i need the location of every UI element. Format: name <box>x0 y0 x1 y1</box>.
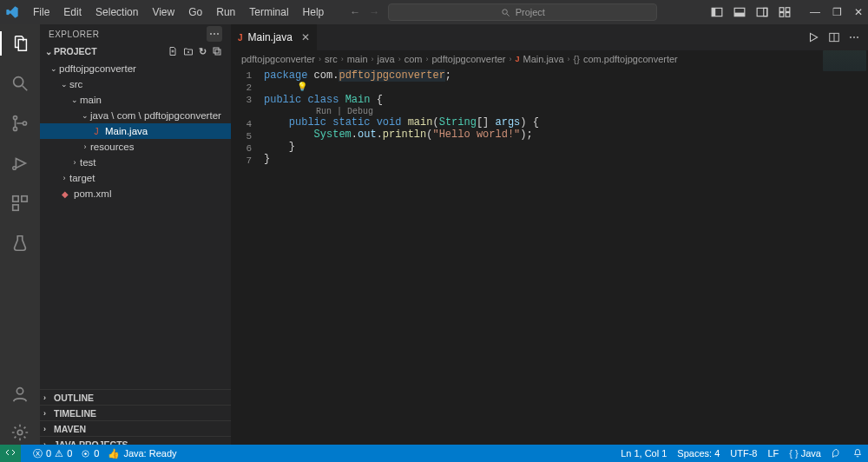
editor-more-icon[interactable]: ⋯ <box>849 31 859 43</box>
tree-folder-resources[interactable]: ›resources <box>40 139 231 155</box>
svg-point-22 <box>17 430 23 435</box>
menu-selection[interactable]: Selection <box>90 4 143 20</box>
menu-go[interactable]: Go <box>183 4 207 20</box>
activity-explorer-icon[interactable] <box>0 31 40 56</box>
status-bar: ⓧ0 ⚠0 0 👍 Java: Ready Ln 1, Col 1 Spaces… <box>0 445 868 462</box>
xml-file-icon: ◆ <box>59 189 71 199</box>
activity-run-debug-icon[interactable] <box>0 151 40 175</box>
activity-extensions-icon[interactable] <box>0 191 40 215</box>
new-folder-icon[interactable] <box>183 46 194 57</box>
svg-rect-7 <box>764 8 767 16</box>
status-problems[interactable]: ⓧ0 ⚠0 <box>33 447 72 460</box>
crumb[interactable]: src <box>325 54 338 64</box>
crumb[interactable]: main <box>347 54 368 64</box>
tree-folder-src[interactable]: ⌄src <box>40 76 231 92</box>
crumb[interactable]: java <box>378 54 395 64</box>
breadcrumbs[interactable]: pdftojpgconverter› src› main› java› com›… <box>231 50 868 68</box>
panel-timeline[interactable]: ›TIMELINE <box>40 405 231 420</box>
tree-file-pom[interactable]: ◆pom.xml <box>40 186 231 201</box>
tree-folder-test[interactable]: ›test <box>40 155 231 170</box>
token: System <box>314 129 352 141</box>
menu-edit[interactable]: Edit <box>58 4 87 20</box>
activity-accounts-icon[interactable] <box>0 382 40 406</box>
tree-label: src <box>69 79 82 89</box>
layout-secondary-sidebar-icon[interactable] <box>756 6 768 18</box>
editor-area: J Main.java ✕ ⋯ pdftojpgconverter› src› … <box>231 24 868 452</box>
nav-forward-icon[interactable]: → <box>369 6 379 18</box>
svg-point-0 <box>502 9 507 14</box>
crumb[interactable]: Main.java <box>523 54 564 64</box>
line-gutter: 1234567 <box>231 69 257 167</box>
status-feedback-icon[interactable] <box>832 448 842 459</box>
menu-help[interactable]: Help <box>298 4 330 20</box>
crumb[interactable]: com <box>404 54 423 64</box>
token: Main <box>345 94 371 106</box>
remote-indicator[interactable] <box>0 445 21 462</box>
status-ports[interactable]: 0 <box>81 448 99 459</box>
layout-panel-icon[interactable] <box>733 6 746 18</box>
panel-outline[interactable]: ›OUTLINE <box>40 389 231 405</box>
panel-maven[interactable]: ›MAVEN <box>40 420 231 436</box>
tree-folder-pdftojpgconverter[interactable]: ⌄pdftojpgconverter <box>40 61 231 76</box>
code-editor[interactable]: 1234567 package com.pdftojpgconverter; 💡… <box>231 68 868 165</box>
editor-tabs: J Main.java ✕ ⋯ <box>231 24 868 50</box>
svg-rect-19 <box>22 196 27 201</box>
tree-folder-main[interactable]: ⌄main <box>40 92 231 108</box>
menu-view[interactable]: View <box>147 4 180 20</box>
window-minimize-icon[interactable]: — <box>810 6 820 18</box>
activity-testing-icon[interactable] <box>0 231 40 255</box>
tree-file-main-java[interactable]: JMain.java <box>40 123 231 139</box>
status-encoding[interactable]: UTF-8 <box>730 448 757 459</box>
refresh-icon[interactable]: ↻ <box>199 46 207 57</box>
svg-point-15 <box>13 127 16 130</box>
menu-terminal[interactable]: Terminal <box>244 4 293 20</box>
menu-run[interactable]: Run <box>211 4 240 20</box>
status-eol[interactable]: LF <box>767 448 779 459</box>
tree-folder-target[interactable]: ›target <box>40 170 231 186</box>
crumb[interactable]: com.pdftojpgconverter <box>583 54 678 64</box>
lightbulb-icon[interactable]: 💡 <box>297 82 868 94</box>
panel-label: MAVEN <box>54 424 86 434</box>
command-center[interactable]: Project <box>388 3 657 21</box>
collapse-all-icon[interactable] <box>212 46 222 57</box>
token: ) { <box>520 116 539 129</box>
layout-primary-sidebar-icon[interactable] <box>711 6 723 18</box>
status-spaces[interactable]: Spaces: 4 <box>677 448 720 459</box>
tab-main-java[interactable]: J Main.java ✕ <box>231 24 318 50</box>
svg-rect-9 <box>786 8 790 12</box>
minimap[interactable] <box>823 50 866 71</box>
new-file-icon[interactable] <box>168 46 178 57</box>
token: println <box>383 129 426 141</box>
project-section-header[interactable]: ⌄ PROJECT ↻ <box>40 43 231 59</box>
run-file-icon[interactable] <box>807 31 819 43</box>
window-close-icon[interactable]: ✕ <box>854 6 863 18</box>
token: class <box>301 94 345 106</box>
tree-folder-javapath[interactable]: ⌄java \ com \ pdftojpgconverter <box>40 108 231 123</box>
status-java[interactable]: 👍 Java: Ready <box>108 448 176 459</box>
activity-settings-icon[interactable] <box>0 420 40 445</box>
status-lncol[interactable]: Ln 1, Col 1 <box>621 448 667 459</box>
svg-rect-24 <box>215 50 220 55</box>
status-bell-icon[interactable] <box>852 448 863 459</box>
split-editor-icon[interactable] <box>828 31 840 43</box>
customize-layout-icon[interactable] <box>779 6 791 18</box>
close-tab-icon[interactable]: ✕ <box>301 31 310 43</box>
activity-source-control-icon[interactable] <box>0 111 40 135</box>
svg-rect-23 <box>214 48 219 53</box>
panel-label: OUTLINE <box>54 393 94 403</box>
crumb[interactable]: pdftojpgconverter <box>241 54 315 64</box>
menu-file[interactable]: File <box>28 4 55 20</box>
svg-point-21 <box>16 388 23 394</box>
tree-label: pom.xml <box>74 188 111 199</box>
ports-icon <box>81 449 90 459</box>
activity-search-icon[interactable] <box>0 71 40 96</box>
nav-back-icon[interactable]: ← <box>350 6 360 18</box>
tree-label: Main.java <box>105 126 148 136</box>
token: "Hello world!" <box>432 129 520 141</box>
codelens-run-debug[interactable]: Run | Debug <box>316 106 868 116</box>
status-language[interactable]: { } Java <box>789 448 821 459</box>
tree-label: main <box>80 95 102 105</box>
window-maximize-icon[interactable]: ❐ <box>832 6 842 18</box>
crumb[interactable]: pdftojpgconverter <box>431 54 505 64</box>
explorer-more-icon[interactable]: ⋯ <box>207 26 222 42</box>
